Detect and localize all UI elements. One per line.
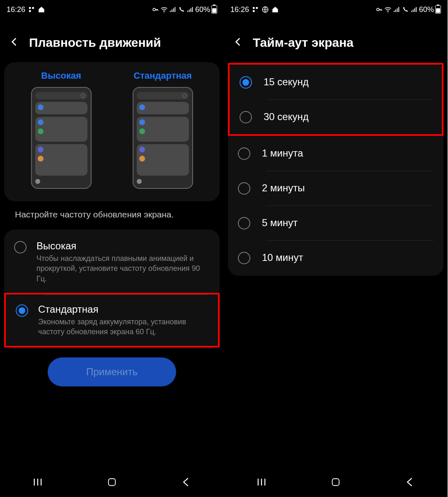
option-label: 30 секунд [264,111,309,123]
nav-bar [0,469,224,497]
apps-icon [252,6,259,13]
mock-phone-standard [133,87,193,189]
radio-icon [238,252,250,264]
svg-rect-1 [32,7,34,9]
svg-rect-12 [332,479,339,486]
radio-icon [240,111,252,123]
battery-icon [211,5,217,14]
nav-back-icon[interactable] [404,476,416,490]
signal2-icon [410,6,418,13]
vpn-icon [152,6,159,13]
preview-standard[interactable]: Стандартная [133,70,193,189]
highlight-box: 15 секунд 30 секунд [228,63,443,136]
option-standard[interactable]: Стандартная Экономьте заряд аккумулятора… [4,293,220,348]
wifi-icon [384,6,392,13]
apply-button[interactable]: Применить [48,357,176,386]
header: Тайм-аут экрана [224,19,448,62]
refresh-options-card: Высокая Чтобы наслаждаться плавными аним… [4,229,220,349]
option-title: Стандартная [38,304,208,315]
svg-point-4 [164,12,165,12]
radio-icon [238,217,250,229]
option-high[interactable]: Высокая Чтобы наслаждаться плавными аним… [4,231,220,293]
svg-rect-2 [29,10,31,12]
option-label: 15 секунд [264,76,309,88]
nav-home-icon[interactable] [331,478,340,488]
option-label: 10 минут [262,252,303,263]
status-time: 16:26 [7,5,25,14]
wifi-icon [160,6,168,13]
status-bar: 16:26 60% [224,0,448,19]
nav-bar [224,469,448,497]
option-label: 2 минуты [262,182,305,194]
preview-high-label: Высокая [41,70,81,81]
svg-rect-5 [109,479,116,486]
option-label: 5 минут [262,217,298,229]
home-icon [38,6,45,13]
preview-card: Высокая Стандартная [4,62,220,201]
option-2m[interactable]: 2 минуты [228,171,443,205]
preview-high[interactable]: Высокая [31,70,92,189]
option-15s[interactable]: 15 секунд [230,65,442,99]
signal2-icon [186,6,194,13]
option-desc: Чтобы наслаждаться плавными анимацией и … [36,253,210,284]
svg-point-3 [153,8,155,11]
option-1m[interactable]: 1 минута [228,136,443,171]
call-icon [402,6,409,13]
phone-left: 16:26 60% Плавность движений Высокая [0,0,224,497]
battery-percent: 60% [195,5,210,14]
svg-rect-6 [253,7,255,9]
status-bar: 16:26 60% [0,0,224,19]
nav-home-icon[interactable] [107,478,116,488]
mock-phone-high [31,87,92,189]
radio-icon [14,241,27,253]
radio-icon [238,182,250,195]
header: Плавность движений [0,19,224,62]
option-30s[interactable]: 30 секунд [230,99,442,134]
option-title: Высокая [36,240,210,252]
preview-standard-label: Стандартная [133,70,192,81]
option-10m[interactable]: 10 минут [228,240,443,275]
svg-point-10 [377,8,379,11]
timeout-card: 15 секунд 30 секунд 1 минута 2 минуты 5 … [228,62,443,276]
option-label: 1 минута [262,147,303,159]
battery-icon [435,5,441,14]
radio-icon [16,304,28,317]
radio-icon [238,147,250,160]
status-time: 16:26 [230,5,249,14]
nav-back-icon[interactable] [180,476,192,490]
svg-point-11 [387,12,388,12]
call-icon [178,6,185,13]
globe-icon [262,6,269,13]
signal-icon [393,6,400,13]
page-title: Тайм-аут экрана [253,36,354,50]
svg-rect-8 [253,10,255,12]
back-icon[interactable] [233,36,244,49]
page-title: Плавность движений [29,36,161,50]
nav-recents-icon[interactable] [32,476,44,490]
back-icon[interactable] [9,36,20,49]
phone-right: 16:26 60% Тайм-аут экрана 15 секунд [224,0,448,497]
radio-icon [240,76,252,89]
signal-icon [169,6,177,13]
option-desc: Экономьте заряд аккумулятора, установив … [38,317,208,337]
nav-recents-icon[interactable] [256,476,267,490]
apps-icon [28,6,35,13]
svg-rect-0 [29,7,31,9]
vpn-icon [375,6,383,13]
home-icon [271,6,279,13]
option-5m[interactable]: 5 минут [228,205,443,240]
hint-text: Настройте частоту обновления экрана. [4,210,220,229]
svg-rect-7 [256,7,258,9]
battery-percent: 60% [419,5,434,14]
